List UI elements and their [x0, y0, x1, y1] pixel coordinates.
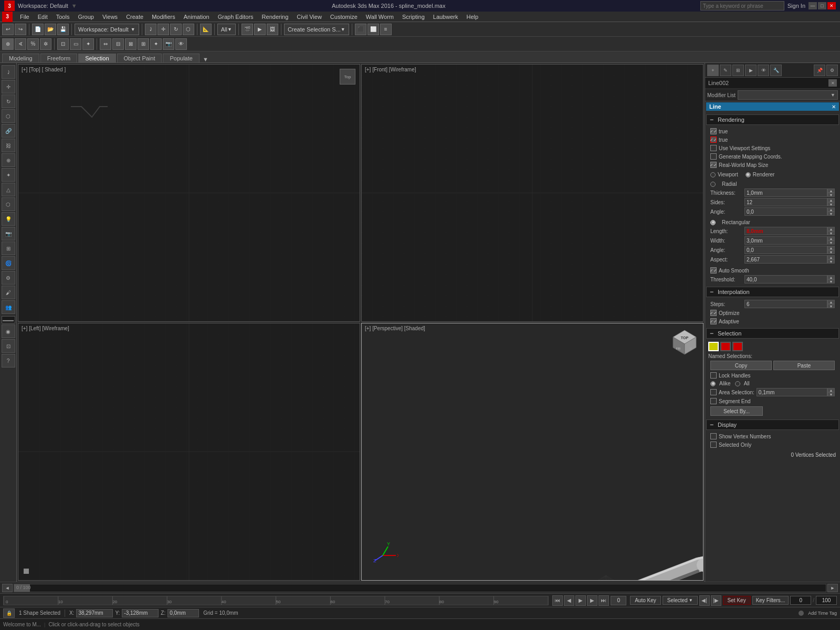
menu-wall-worm[interactable]: Wall Worm: [362, 13, 398, 21]
auto-key-btn[interactable]: Auto Key: [630, 596, 661, 605]
quick-align-btn[interactable]: ⊠: [125, 38, 136, 50]
viewport-all-dropdown[interactable]: All ▼: [217, 24, 236, 35]
menu-animation[interactable]: Animation: [180, 13, 214, 21]
lt-selection-filter[interactable]: ⊡: [2, 339, 15, 353]
cp-tab-display[interactable]: 👁: [758, 65, 769, 76]
lt-paint[interactable]: 🖌: [2, 286, 15, 299]
adaptive-cb[interactable]: ✓: [710, 318, 717, 324]
optimize-cb[interactable]: ✓: [710, 310, 717, 316]
viewport-left[interactable]: [+] [Left] [Wireframe]: [18, 323, 360, 581]
menu-graph-editors[interactable]: Graph Editors: [214, 13, 258, 21]
menu-file[interactable]: File: [16, 13, 34, 21]
width-spinner[interactable]: ▲ ▼: [827, 236, 835, 245]
cp-tab-motion[interactable]: ▶: [745, 65, 757, 76]
display-section-header[interactable]: − Display: [706, 419, 839, 430]
ref-coord-btn[interactable]: 📐: [200, 24, 212, 35]
tab-object-paint[interactable]: Object Paint: [117, 54, 162, 62]
interpolation-section-header[interactable]: − Interpolation: [706, 287, 839, 297]
gen-mapping-cb[interactable]: [710, 153, 717, 160]
save-btn[interactable]: 💾: [57, 24, 69, 35]
redo-btn[interactable]: ↪: [15, 24, 26, 35]
lt-rotate[interactable]: ↻: [2, 94, 15, 108]
z-input[interactable]: 0,0mm: [167, 609, 199, 617]
open-btn[interactable]: 📂: [45, 24, 56, 35]
cp-tab-modify[interactable]: ✎: [720, 65, 731, 76]
rotate-btn[interactable]: ↻: [170, 24, 182, 35]
play-btn[interactable]: ▶: [575, 595, 586, 606]
lt-select[interactable]: ⤸: [2, 65, 15, 79]
paste-btn[interactable]: Paste: [773, 361, 835, 370]
menu-rendering[interactable]: Rendering: [258, 13, 293, 21]
lt-shapes[interactable]: △: [2, 183, 15, 196]
select-region-btn[interactable]: ▭: [70, 38, 81, 50]
new-btn[interactable]: 📄: [32, 24, 44, 35]
lt-isolate[interactable]: ◉: [2, 324, 15, 338]
menu-create[interactable]: Create: [122, 13, 148, 21]
tab-populate[interactable]: Populate: [163, 54, 199, 62]
object-name-close[interactable]: ✕: [828, 79, 837, 87]
align-camera-btn[interactable]: 📷: [163, 38, 174, 50]
rendering-collapse-btn[interactable]: −: [710, 116, 713, 123]
interpolation-collapse-btn[interactable]: −: [710, 288, 713, 296]
current-frame-input[interactable]: [611, 596, 626, 605]
width-input[interactable]: 3,0mm: [744, 236, 827, 245]
enable-viewport-cb[interactable]: ✓: [710, 136, 717, 143]
viewport-top[interactable]: [+] [Top] [ Shaded ] Top: [18, 64, 360, 322]
tab-modeling[interactable]: Modeling: [2, 54, 39, 62]
spinner-snap-btn[interactable]: ✲: [40, 38, 51, 50]
y-input[interactable]: -3,128mm: [122, 609, 159, 617]
lt-move[interactable]: ✛: [2, 80, 15, 93]
select-btn[interactable]: ⤸: [145, 24, 156, 35]
vertex-btn[interactable]: [708, 342, 719, 351]
menu-laubwerk[interactable]: Laubwerk: [429, 13, 463, 21]
move-btn[interactable]: ✛: [158, 24, 169, 35]
menu-edit[interactable]: Edit: [34, 13, 52, 21]
area-spinner[interactable]: ▲ ▼: [827, 388, 835, 396]
prev-frame-btn[interactable]: ◀: [564, 595, 574, 606]
all-radio-btn[interactable]: [735, 381, 740, 386]
snap-3d-btn[interactable]: ⊕: [2, 38, 14, 50]
rectangular-radio-btn[interactable]: [710, 220, 716, 225]
lt-cameras[interactable]: 📷: [2, 227, 15, 240]
cp-tab-pin[interactable]: 📌: [814, 65, 825, 76]
area-selection-cb[interactable]: [710, 389, 717, 395]
lt-populate[interactable]: 👥: [2, 300, 15, 314]
minimize-btn[interactable]: —: [808, 2, 817, 9]
timeline-next-btn[interactable]: ►: [827, 584, 838, 592]
render-material-btn[interactable]: ⬜: [368, 24, 379, 35]
angle-spinner[interactable]: ▲ ▼: [827, 207, 835, 216]
tab-selection[interactable]: Selection: [78, 54, 116, 62]
key-filters-btn[interactable]: Key Filters...: [752, 596, 789, 605]
select-filter-btn[interactable]: ⊡: [57, 38, 69, 50]
menu-civil-view[interactable]: Civil View: [292, 13, 326, 21]
render-btn[interactable]: ▶: [254, 24, 266, 35]
auto-smooth-cb[interactable]: ✓: [710, 267, 717, 274]
add-time-tag[interactable]: Add Time Tag: [808, 611, 837, 616]
menu-modifiers[interactable]: Modifiers: [148, 13, 180, 21]
radial-radio-btn[interactable]: [710, 182, 716, 187]
timeline-prev-btn[interactable]: ◄: [2, 584, 13, 592]
viewport-radio-btn[interactable]: [710, 172, 716, 177]
percent-snap-btn[interactable]: %: [27, 38, 39, 50]
timeline-track[interactable]: 0 / 100: [14, 584, 826, 592]
modifier-remove-icon[interactable]: ✕: [832, 104, 836, 110]
goto-end-btn[interactable]: ⏭: [598, 595, 609, 606]
render-setup-btn[interactable]: 🎬: [242, 24, 253, 35]
populate-arrow[interactable]: ▼: [203, 56, 208, 62]
menu-group[interactable]: Group: [74, 13, 98, 21]
selection-collapse-btn[interactable]: −: [710, 330, 713, 337]
angle2-spinner[interactable]: ▲ ▼: [827, 246, 835, 254]
thickness-input[interactable]: 1,0mm: [744, 188, 827, 197]
lt-systems[interactable]: ⚙: [2, 271, 15, 285]
display-collapse-btn[interactable]: −: [710, 421, 713, 428]
layers-btn[interactable]: ≡: [380, 24, 392, 35]
undo-btn[interactable]: ↩: [2, 24, 14, 35]
angle-input[interactable]: 0,0: [744, 207, 827, 216]
material-editor-btn[interactable]: ⬛: [355, 24, 366, 35]
normal-align-btn[interactable]: ⊞: [138, 38, 149, 50]
enable-renderer-cb[interactable]: ✓: [710, 128, 717, 134]
prev-key-btn[interactable]: ◀|: [699, 595, 710, 606]
next-frame-btn[interactable]: ▶: [587, 595, 597, 606]
lt-geometry[interactable]: ⬡: [2, 197, 15, 211]
selected-dropdown[interactable]: Selected ▼: [663, 596, 698, 605]
